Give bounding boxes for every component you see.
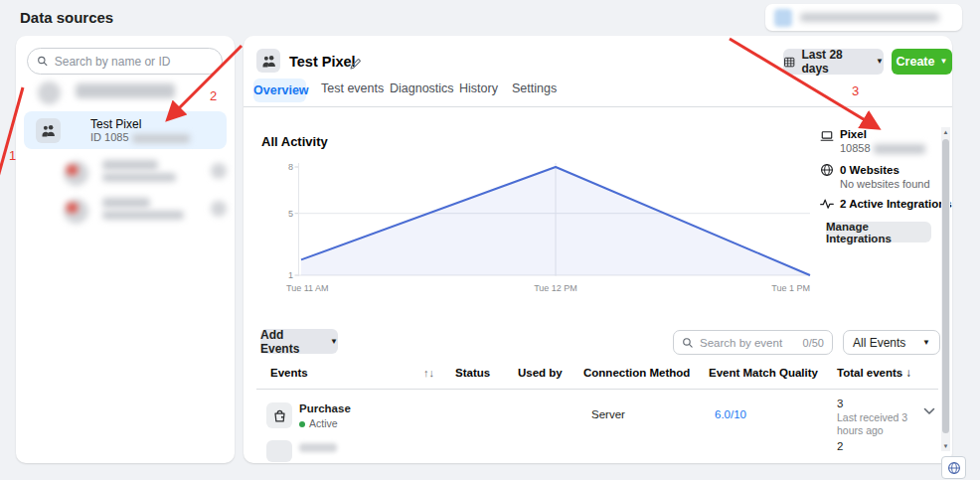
scroll-up-icon[interactable]: ▲	[941, 129, 950, 135]
events-filter-label: All Events	[853, 336, 905, 350]
websites-label: 0 Websites	[840, 164, 899, 176]
table-header-divider	[256, 389, 938, 390]
globe-icon	[947, 461, 961, 475]
pixel-title: Test Pixel	[289, 54, 356, 70]
svg-text:8: 8	[288, 162, 293, 172]
total-events-value: 3	[837, 398, 843, 409]
data-source-icon-redacted	[38, 81, 61, 104]
people-icon	[41, 123, 56, 138]
event-status: Active	[299, 417, 338, 429]
col-events[interactable]: Events	[270, 367, 308, 379]
data-source-name-redacted	[102, 198, 150, 208]
edit-name-button[interactable]	[349, 54, 363, 72]
row-expand-chevron-icon[interactable]	[923, 407, 935, 415]
activity-chart: 158Tue 11 AMTue 12 PMTue 1 PM	[273, 159, 815, 300]
events-manager-screen: Data sources Test Pixel ID 1085	[0, 0, 980, 480]
pencil-icon	[349, 57, 363, 71]
data-source-name-redacted	[102, 160, 158, 170]
globe-icon	[820, 163, 834, 177]
activity-area	[301, 167, 810, 275]
websites-sub: No websites found	[840, 178, 930, 190]
tab-overview[interactable]: Overview	[253, 79, 306, 102]
header-divider	[244, 106, 952, 107]
add-events-label: Add Events	[260, 328, 324, 356]
active-status-dot	[299, 421, 305, 427]
chart-title: All Activity	[261, 134, 328, 149]
event-icon-partial	[266, 440, 292, 462]
col-status[interactable]: Status	[455, 367, 490, 379]
sidebar-search[interactable]	[27, 48, 223, 75]
account-avatar	[774, 9, 792, 27]
people-icon	[261, 54, 276, 69]
data-source-item-redacted-1[interactable]	[24, 78, 227, 111]
data-source-id-redacted	[102, 173, 176, 182]
warning-badge-redacted	[211, 201, 227, 217]
tab-history[interactable]: History	[459, 79, 498, 98]
caret-down-icon: ▼	[922, 339, 930, 347]
total-events-value: 2	[837, 440, 843, 452]
sidebar-search-input[interactable]	[55, 55, 213, 69]
connection-method-value: Server	[591, 408, 625, 420]
event-search[interactable]: 0/50	[673, 330, 833, 355]
data-source-name-redacted	[76, 83, 175, 98]
sort-down-icon: ↓	[905, 367, 911, 379]
data-source-id-redacted	[132, 134, 190, 143]
last-received-line1: Last received 3	[837, 411, 907, 423]
tab-settings[interactable]: Settings	[512, 79, 557, 98]
account-switcher[interactable]	[765, 4, 962, 31]
pixel-overview-panel: Test Pixel Overview Test events Diagnost…	[244, 36, 952, 463]
data-source-id-redacted	[102, 211, 184, 220]
col-total-events-label: Total events	[837, 367, 902, 379]
emq-link[interactable]: 6.0/10	[715, 408, 746, 420]
data-source-item-test-pixel[interactable]: Test Pixel ID 1085	[24, 111, 227, 149]
svg-text:Tue 11 AM: Tue 11 AM	[286, 283, 329, 293]
col-total-events[interactable]: Total events ↓	[837, 367, 911, 379]
col-used-by[interactable]: Used by	[518, 367, 563, 379]
data-source-name: Test Pixel	[90, 117, 141, 131]
events-filter-dropdown[interactable]: All Events ▼	[843, 330, 940, 355]
data-source-id-prefix: ID 1085	[90, 131, 129, 143]
page-title: Data sources	[20, 9, 113, 26]
tab-diagnostics[interactable]: Diagnostics	[390, 79, 454, 98]
data-source-item-redacted-3[interactable]	[24, 195, 227, 231]
calendar-icon	[783, 56, 795, 69]
event-name: Purchase	[299, 402, 351, 414]
caret-down-icon: ▼	[330, 338, 338, 346]
manage-integrations-button[interactable]: Manage Integrations	[826, 222, 931, 242]
pixel-source-icon	[36, 118, 61, 143]
svg-text:5: 5	[288, 209, 293, 219]
warning-badge-redacted	[211, 163, 227, 179]
laptop-icon	[820, 129, 834, 143]
pixel-id-prefix: 10858	[840, 142, 871, 154]
svg-text:1: 1	[288, 270, 293, 280]
search-char-counter: 0/50	[803, 337, 824, 349]
purchase-bag-icon	[266, 402, 292, 428]
data-source-icon-redacted	[64, 161, 88, 186]
scroll-down-icon[interactable]: ▼	[941, 443, 950, 449]
sort-icon[interactable]: ↑↓	[423, 367, 434, 379]
pixel-id-redacted	[874, 144, 925, 154]
date-range-button[interactable]: Last 28 days ▼	[783, 49, 884, 75]
event-search-input[interactable]	[700, 337, 797, 349]
col-connection-method[interactable]: Connection Method	[583, 367, 690, 379]
create-button[interactable]: Create ▼	[892, 49, 952, 75]
data-source-icon-redacted	[64, 199, 88, 224]
status-label: Active	[309, 417, 338, 429]
content-scrollbar[interactable]: ▲ ▼	[941, 127, 950, 451]
pixel-info-id: 10858	[840, 142, 925, 154]
date-range-label: Last 28 days	[801, 48, 870, 76]
add-events-button[interactable]: Add Events ▼	[260, 329, 338, 354]
create-label: Create	[897, 55, 935, 69]
tab-test-events[interactable]: Test events	[321, 79, 384, 98]
event-name-partial	[299, 443, 337, 452]
caret-down-icon: ▼	[940, 58, 948, 66]
bag-icon	[272, 408, 287, 423]
col-event-match-quality[interactable]: Event Match Quality	[709, 367, 818, 379]
browser-globe-widget[interactable]	[941, 456, 966, 479]
account-name-redacted	[800, 13, 939, 22]
scrollbar-thumb[interactable]	[942, 139, 949, 433]
data-source-item-redacted-2[interactable]	[24, 157, 227, 193]
last-received-line2: hours ago	[837, 424, 884, 436]
data-sources-sidebar: Test Pixel ID 1085	[16, 36, 235, 463]
search-icon	[37, 55, 49, 68]
